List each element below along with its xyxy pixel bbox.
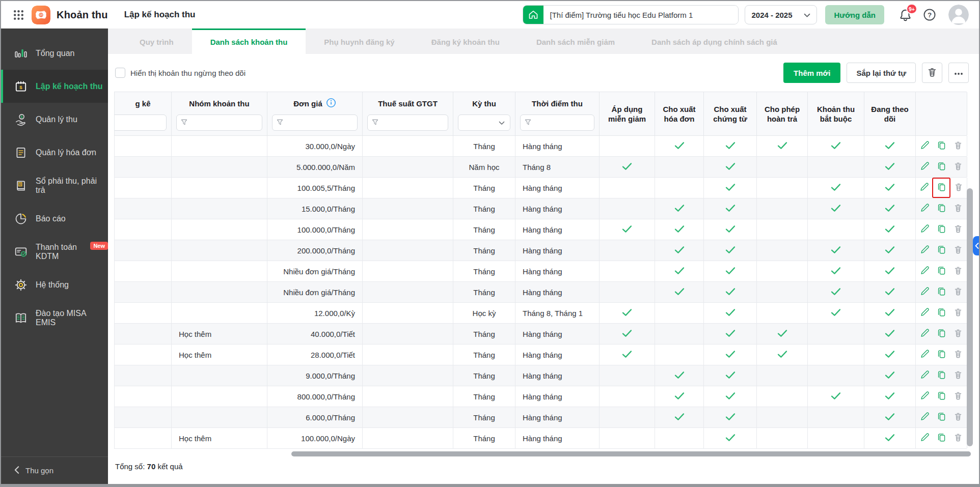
duplicate-button[interactable] (934, 138, 948, 154)
delete-button[interactable] (951, 367, 965, 384)
avatar[interactable] (948, 5, 969, 25)
table-row[interactable]: Học thêm40.000,0/TiếtThángHàng tháng (115, 324, 967, 345)
delete-button[interactable] (951, 159, 965, 175)
delete-button[interactable] (951, 388, 965, 405)
duplicate-button[interactable] (934, 430, 948, 446)
sidebar-item-he-thong[interactable]: Hệ thống (1, 268, 108, 301)
delete-button[interactable] (951, 409, 965, 425)
tab-danh-sach-ap-dung-chinh-sach-gia[interactable]: Danh sách áp dụng chính sách giá (633, 28, 796, 54)
table-row[interactable]: 6.000,0/ThángThángHàng tháng (115, 407, 967, 428)
edit-button[interactable] (917, 221, 932, 238)
sidebar-collapse-button[interactable]: Thu gọn (1, 456, 108, 484)
horizontal-scrollbar[interactable] (114, 451, 967, 457)
duplicate-button[interactable] (934, 200, 948, 217)
table-row[interactable]: 30.000,0/NgàyThángHàng tháng (115, 136, 967, 157)
edit-button[interactable] (917, 388, 932, 405)
notification-bell-icon[interactable]: 9+ (897, 7, 913, 22)
tab-dang-ky-khoan-thu[interactable]: Đăng ký khoản thu (413, 28, 518, 54)
app-launcher-icon[interactable] (11, 8, 25, 22)
edit-button[interactable] (917, 138, 932, 154)
duplicate-button[interactable] (932, 178, 950, 198)
tab-danh-sach-mien-giam[interactable]: Danh sách miễn giảm (518, 28, 633, 54)
tab-danh-sach-khoan-thu[interactable]: Danh sách khoản thu (192, 28, 306, 54)
edit-button[interactable] (917, 305, 932, 321)
table-row[interactable]: 15.000,0/ThángThángHàng tháng (115, 198, 967, 219)
edit-button[interactable] (917, 284, 932, 300)
school-year-select[interactable]: 2024 - 2025 (745, 5, 817, 24)
reorder-button[interactable]: Sắp lại thứ tự (847, 63, 916, 83)
duplicate-button[interactable] (934, 409, 948, 425)
duplicate-button[interactable] (934, 159, 948, 175)
duplicate-button[interactable] (934, 347, 948, 363)
edit-button[interactable] (917, 367, 932, 384)
sidebar-item-bao-cao[interactable]: Báo cáo (1, 202, 108, 235)
table-row[interactable]: 200.000,0/ThángThángHàng tháng (115, 240, 967, 261)
sidebar-item-so-phai-thu-phai-tra[interactable]: $Sổ phải thu, phải trả (1, 169, 108, 202)
edit-button[interactable] (917, 200, 932, 217)
app-logo-icon[interactable]: $ (32, 6, 50, 24)
school-selector[interactable] (523, 5, 739, 24)
edit-button[interactable] (917, 430, 932, 446)
delete-button[interactable] (951, 180, 966, 196)
filter-tax-input[interactable] (367, 114, 448, 131)
edit-button[interactable] (917, 263, 932, 279)
duplicate-button[interactable] (934, 305, 948, 321)
table-row[interactable]: 5.000.000,0/NămNăm họcTháng 8 (115, 157, 967, 178)
sidebar-item-quan-ly-thu[interactable]: $Quản lý thu (1, 103, 108, 136)
delete-button[interactable] (951, 430, 965, 446)
delete-button[interactable] (951, 347, 965, 363)
filter-stat-input[interactable] (115, 114, 167, 131)
edit-button[interactable] (917, 347, 932, 363)
sidebar-item-quan-ly-hoa-don[interactable]: Quản lý hóa đơn (1, 136, 108, 169)
sidebar-item-lap-ke-hoach-thu[interactable]: $Lập kế hoạch thu (1, 70, 108, 103)
filter-group-input[interactable] (176, 114, 262, 131)
tab-phu-huynh-dang-ky[interactable]: Phụ huynh đăng ký (306, 28, 413, 54)
delete-button[interactable] (951, 200, 965, 217)
duplicate-button[interactable] (934, 367, 948, 384)
duplicate-button[interactable] (934, 326, 948, 342)
edit-button[interactable] (917, 180, 931, 196)
sidebar-item-thanh-toan-kdtm[interactable]: Thanh toán KDTMNew (1, 235, 108, 268)
delete-toolbar-button[interactable] (922, 63, 942, 83)
table-row[interactable]: 800.000,0/ThángThángHàng tháng (115, 386, 967, 407)
delete-button[interactable] (951, 305, 965, 321)
horizontal-scrollbar-thumb[interactable] (291, 451, 971, 456)
table-row[interactable]: Học thêm28.000,0/TiếtThángHàng tháng (115, 345, 967, 365)
table-row[interactable]: Học thêm100.000,0/NgàyThángHàng tháng (115, 428, 967, 449)
delete-button[interactable] (951, 242, 965, 259)
sidebar-item-tong-quan[interactable]: Tổng quan (1, 37, 108, 70)
edit-button[interactable] (917, 159, 932, 175)
filter-period-select[interactable] (458, 114, 510, 131)
delete-button[interactable] (951, 263, 965, 279)
filter-price-input[interactable] (272, 114, 358, 131)
duplicate-button[interactable] (934, 221, 948, 238)
edit-button[interactable] (917, 409, 932, 425)
tab-quy-trinh[interactable]: Quy trình (121, 28, 192, 54)
more-options-button[interactable] (948, 63, 969, 83)
help-icon[interactable]: ? (922, 7, 937, 22)
duplicate-button[interactable] (934, 284, 948, 300)
price-info-icon[interactable] (326, 98, 336, 109)
table-row[interactable]: 100.000,0/ThángThángHàng tháng (115, 219, 967, 240)
edit-button[interactable] (917, 326, 932, 342)
duplicate-button[interactable] (934, 242, 948, 259)
add-new-button[interactable]: Thêm mới (783, 63, 840, 83)
delete-button[interactable] (951, 138, 965, 154)
checkbox-box[interactable] (115, 68, 125, 78)
table-row[interactable]: 9.000,0/ThángThángHàng tháng (115, 365, 967, 386)
table-row[interactable]: Nhiều đơn giá/ThángThángHàng tháng (115, 282, 967, 303)
table-row[interactable]: 100.005,5/ThángThángHàng tháng (115, 178, 967, 198)
delete-button[interactable] (951, 326, 965, 342)
duplicate-button[interactable] (934, 388, 948, 405)
duplicate-button[interactable] (934, 263, 948, 279)
school-name-input[interactable] (543, 6, 738, 24)
panel-collapse-handle[interactable] (973, 236, 979, 255)
vertical-scrollbar-thumb[interactable] (967, 188, 973, 446)
show-stopped-checkbox[interactable]: Hiển thị khoản thu ngừng theo dõi (115, 68, 246, 78)
edit-button[interactable] (917, 242, 932, 259)
delete-button[interactable] (951, 284, 965, 300)
delete-button[interactable] (951, 221, 965, 238)
sidebar-item-dao-tao-misa-emis[interactable]: Đào tạo MISA EMIS (1, 301, 108, 334)
guide-button[interactable]: Hướng dẫn (825, 5, 884, 24)
table-row[interactable]: Nhiều đơn giá/ThángThángHàng tháng (115, 261, 967, 282)
